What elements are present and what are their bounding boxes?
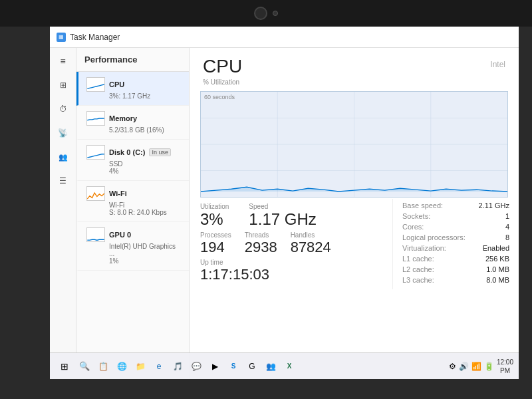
- tray-battery[interactable]: 🔋: [484, 362, 494, 371]
- main-content: CPU % Utilization Intel 60 seconds: [190, 48, 519, 379]
- l3-val: 8.0 MB: [486, 276, 509, 284]
- camera-lens: [273, 11, 278, 16]
- perf-item-gpu-sub: Intel(R) UHD Graphics ... 1%: [109, 243, 181, 265]
- threads-label: Threads: [245, 231, 277, 239]
- cpu-chart: 60 seconds: [200, 91, 508, 198]
- cpu-mini-graph: [86, 77, 105, 92]
- processes-label: Processes: [200, 231, 231, 239]
- speed-block: Speed 1.17 GHz: [249, 203, 316, 229]
- info-virtualization: Virtualization: Enabled: [402, 244, 509, 252]
- virt-key: Virtualization:: [402, 244, 446, 252]
- skype-icon[interactable]: S: [225, 358, 241, 374]
- sidebar-icon-menu[interactable]: ≡: [55, 53, 71, 69]
- cpu-info-panel: Base speed: 2.11 GHz Sockets: 1 Cores: 4…: [392, 199, 519, 289]
- l3-key: L3 cache:: [402, 276, 434, 284]
- taskview-button[interactable]: 📋: [95, 358, 111, 374]
- chrome-icon[interactable]: G: [244, 358, 260, 374]
- base-speed-val: 2.11 GHz: [479, 201, 509, 209]
- wifi-mini-graph: [86, 186, 105, 201]
- taskbar: ⊞ 🔍 📋 🌐 📁 e 🎵 💬 ▶ S G 👥 X ⚙ 🔊 📶 🔋 12:00 …: [50, 352, 519, 379]
- cpu-header: CPU % Utilization Intel: [190, 48, 519, 90]
- perf-item-gpu[interactable]: GPU 0 Intel(R) UHD Graphics ... 1%: [76, 222, 189, 271]
- threads-block: Threads 2938: [245, 231, 277, 256]
- cpu-chart-svg: [201, 92, 507, 197]
- perf-item-cpu[interactable]: CPU 3%: 1.17 GHz: [76, 72, 189, 106]
- info-base-speed: Base speed: 2.11 GHz: [402, 201, 509, 209]
- memory-mini-graph: [86, 111, 105, 126]
- tray-wifi[interactable]: 📶: [471, 362, 481, 371]
- performance-header: Performance: [76, 48, 189, 72]
- cpu-subtitle: % Utilization: [203, 78, 242, 86]
- l2-key: L2 cache:: [402, 265, 434, 273]
- system-tray: ⚙ 🔊 📶 🔋 12:00 PM: [449, 358, 513, 375]
- base-speed-key: Base speed:: [402, 201, 443, 209]
- sidebar-icon-grid[interactable]: ⊞: [55, 77, 71, 93]
- perf-item-gpu-name: GPU 0: [109, 231, 131, 239]
- info-logical: Logical processors: 8: [402, 233, 509, 241]
- perf-item-cpu-name: CPU: [109, 80, 124, 88]
- uptime-block: Up time 1:17:15:03: [200, 259, 382, 283]
- sidebar-icon-users[interactable]: 👥: [55, 149, 71, 165]
- perf-item-memory[interactable]: Memory 5.2/31.8 GB (16%): [76, 106, 189, 140]
- folder-icon[interactable]: 📁: [132, 358, 148, 374]
- performance-panel: Performance CPU 3%: 1.17 GHz: [76, 48, 190, 379]
- perf-item-disk-sub: SSD 4%: [109, 160, 181, 175]
- perf-item-wifi-name: Wi-Fi: [109, 190, 127, 198]
- sockets-val: 1: [505, 212, 509, 220]
- perf-item-memory-name: Memory: [109, 114, 137, 122]
- handles-value: 87824: [291, 239, 331, 256]
- camera-dot: [254, 7, 267, 20]
- start-button[interactable]: ⊞: [55, 357, 74, 376]
- perf-item-disk-name: Disk 0 (C:): [109, 148, 145, 156]
- sidebar-icon-details[interactable]: ☰: [55, 173, 71, 189]
- info-cores: Cores: 4: [402, 223, 509, 231]
- spotify-icon[interactable]: 🎵: [170, 358, 186, 374]
- excel-icon[interactable]: X: [281, 358, 297, 374]
- app-title: Task Manager: [70, 33, 120, 42]
- virt-val: Enabled: [483, 244, 509, 252]
- media-icon[interactable]: ▶: [207, 358, 223, 374]
- screen: ▦ Task Manager ≡ ⊞ ⏱ 📡 👥 ☰ ⚙ Performance: [50, 27, 519, 379]
- handles-block: Handles 87824: [291, 231, 331, 256]
- perf-item-wifi-sub: Wi-Fi S: 8.0 R: 24.0 Kbps: [109, 201, 181, 216]
- title-bar: ▦ Task Manager: [50, 27, 519, 48]
- gpu-mini-graph: [86, 227, 105, 242]
- utilization-block: Utilization 3%: [200, 203, 229, 229]
- processes-value: 194: [200, 239, 231, 256]
- edge-icon[interactable]: e: [151, 358, 167, 374]
- sidebar-icon-network[interactable]: 📡: [55, 125, 71, 141]
- info-l3: L3 cache: 8.0 MB: [402, 276, 509, 284]
- tray-settings[interactable]: ⚙: [449, 362, 456, 371]
- info-l1: L1 cache: 256 KB: [402, 255, 509, 263]
- uptime-label: Up time: [200, 259, 382, 266]
- info-l2: L2 cache: 1.0 MB: [402, 265, 509, 273]
- processes-block: Processes 194: [200, 231, 231, 256]
- perf-item-disk[interactable]: Disk 0 (C:) In use SSD 4%: [76, 140, 189, 181]
- l1-key: L1 cache:: [402, 255, 434, 263]
- whatsapp-icon[interactable]: 💬: [188, 358, 204, 374]
- teams-icon[interactable]: 👥: [263, 358, 279, 374]
- uptime-value: 1:17:15:03: [200, 266, 382, 283]
- speed-value: 1.17 GHz: [249, 210, 316, 229]
- cpu-brand: Intel: [490, 56, 505, 69]
- perf-item-wifi[interactable]: Wi-Fi Wi-Fi S: 8.0 R: 24.0 Kbps: [76, 181, 189, 222]
- browser-icon[interactable]: 🌐: [114, 358, 130, 374]
- search-taskbar[interactable]: 🔍: [76, 358, 92, 374]
- perf-item-cpu-sub: 3%: 1.17 GHz: [109, 92, 181, 100]
- sidebar-icon-history[interactable]: ⏱: [55, 101, 71, 117]
- speed-label: Speed: [249, 203, 316, 210]
- cpu-main-title: CPU: [203, 56, 242, 77]
- utilization-value: 3%: [200, 210, 229, 229]
- tray-volume[interactable]: 🔊: [459, 362, 469, 371]
- logical-key: Logical processors:: [402, 233, 466, 241]
- info-sockets: Sockets: 1: [402, 212, 509, 220]
- logical-val: 8: [505, 233, 509, 241]
- cores-key: Cores:: [402, 223, 424, 231]
- disk-mini-graph: [86, 145, 105, 160]
- perf-item-memory-sub: 5.2/31.8 GB (16%): [109, 126, 181, 134]
- clock: 12:00 PM: [497, 358, 513, 375]
- utilization-label: Utilization: [200, 203, 229, 210]
- l2-val: 1.0 MB: [486, 265, 509, 273]
- icon-sidebar: ≡ ⊞ ⏱ 📡 👥 ☰ ⚙: [50, 48, 76, 379]
- handles-label: Handles: [291, 231, 331, 239]
